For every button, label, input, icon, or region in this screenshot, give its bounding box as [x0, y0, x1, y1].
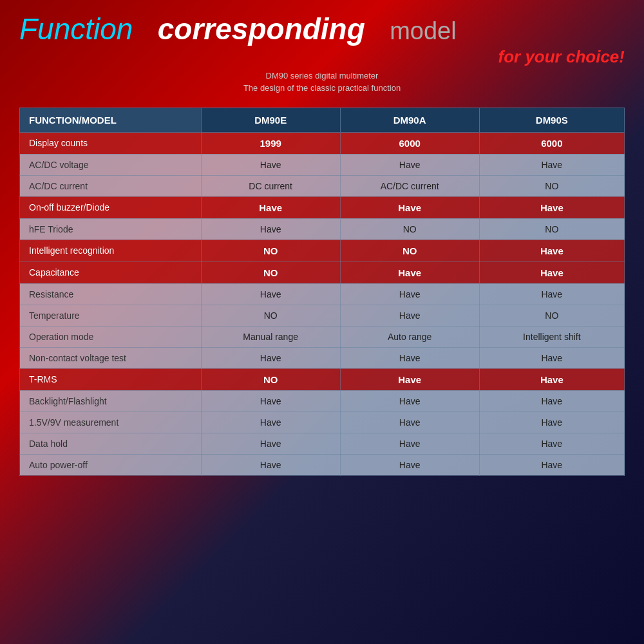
table-cell-value: Have	[479, 412, 624, 433]
table-row: CapacitanceNOHaveHave	[20, 261, 625, 283]
table-cell-value: Have	[479, 390, 624, 412]
table-cell-value: Have	[340, 305, 479, 326]
table-cell-value: Manual range	[201, 326, 340, 347]
table-cell-function: hFE Triode	[20, 218, 202, 240]
table-row: ResistanceHaveHaveHave	[20, 283, 625, 305]
table-cell-function: T-RMS	[20, 368, 202, 390]
table-cell-function: On-off buzzer/Diode	[20, 196, 202, 218]
table-cell-function: AC/DC voltage	[20, 154, 202, 175]
table-cell-function: Non-contact voltage test	[20, 347, 202, 368]
table-cell-value: Have	[340, 454, 479, 475]
col-header-dm90s: DM90S	[479, 108, 624, 132]
table-cell-value: 6000	[479, 132, 624, 154]
table-header-row: FUNCTION/MODEL DM90E DM90A DM90S	[20, 108, 625, 132]
table-cell-value: Have	[201, 347, 340, 368]
table-cell-value: Have	[340, 261, 479, 283]
table-cell-value: NO	[201, 368, 340, 390]
table-cell-value: Have	[479, 261, 624, 283]
table-cell-function: Display counts	[20, 132, 202, 154]
table-cell-value: NO	[201, 261, 340, 283]
table-cell-value: Have	[340, 368, 479, 390]
table-cell-value: 6000	[340, 132, 479, 154]
table-cell-value: Have	[340, 196, 479, 218]
table-cell-value: Have	[340, 412, 479, 433]
table-cell-function: Temperature	[20, 305, 202, 326]
table-cell-value: Have	[201, 390, 340, 412]
table-cell-value: Have	[479, 240, 624, 261]
title-model: model	[390, 17, 457, 44]
col-header-dm90e: DM90E	[201, 108, 340, 132]
table-row: Non-contact voltage testHaveHaveHave	[20, 347, 625, 368]
table-cell-value: NO	[201, 305, 340, 326]
table-cell-value: Have	[340, 433, 479, 454]
table-cell-value: Have	[479, 347, 624, 368]
table-cell-value: Have	[201, 154, 340, 175]
table-row: Backlight/FlashlightHaveHaveHave	[20, 390, 625, 412]
table-cell-value: Intelligent shift	[479, 326, 624, 347]
table-cell-value: Have	[340, 154, 479, 175]
table-cell-value: Have	[201, 283, 340, 305]
table-cell-value: NO	[479, 218, 624, 240]
table-cell-value: Have	[479, 368, 624, 390]
table-row: AC/DC currentDC currentAC/DC currentNO	[20, 175, 625, 196]
table-row: T-RMSNOHaveHave	[20, 368, 625, 390]
table-cell-value: Have	[340, 390, 479, 412]
table-cell-value: Have	[479, 433, 624, 454]
table-cell-value: NO	[479, 175, 624, 196]
table-row: Auto power-offHaveHaveHave	[20, 454, 625, 475]
table-row: 1.5V/9V measurementHaveHaveHave	[20, 412, 625, 433]
comparison-table-wrapper: FUNCTION/MODEL DM90E DM90A DM90S Display…	[19, 108, 625, 638]
table-cell-value: NO	[479, 305, 624, 326]
subtitle: DM90 series digital multimeter The desig…	[19, 70, 625, 95]
table-cell-value: Have	[479, 196, 624, 218]
table-row: On-off buzzer/DiodeHaveHaveHave	[20, 196, 625, 218]
table-cell-value: 1999	[201, 132, 340, 154]
table-cell-value: AC/DC current	[340, 175, 479, 196]
comparison-table: FUNCTION/MODEL DM90E DM90A DM90S Display…	[19, 108, 625, 476]
table-row: Data holdHaveHaveHave	[20, 433, 625, 454]
title-corresponding: corresponding	[158, 12, 365, 46]
col-header-function: FUNCTION/MODEL	[20, 108, 202, 132]
main-title: Function corresponding model	[19, 13, 625, 46]
table-row: hFE TriodeHaveNONO	[20, 218, 625, 240]
table-cell-function: Operation mode	[20, 326, 202, 347]
table-row: Intelligent recognitionNONOHave	[20, 240, 625, 261]
table-cell-value: Have	[201, 196, 340, 218]
table-cell-value: Have	[201, 433, 340, 454]
table-row: Display counts199960006000	[20, 132, 625, 154]
table-cell-value: Have	[479, 154, 624, 175]
table-cell-value: NO	[201, 240, 340, 261]
table-row: AC/DC voltageHaveHaveHave	[20, 154, 625, 175]
table-cell-function: 1.5V/9V measurement	[20, 412, 202, 433]
col-header-dm90a: DM90A	[340, 108, 479, 132]
table-cell-value: Have	[201, 218, 340, 240]
table-cell-function: Data hold	[20, 433, 202, 454]
table-cell-value: Have	[479, 283, 624, 305]
table-cell-value: Have	[340, 347, 479, 368]
table-cell-value: Have	[340, 283, 479, 305]
table-cell-value: Have	[201, 454, 340, 475]
table-cell-function: Capacitance	[20, 261, 202, 283]
table-cell-value: NO	[340, 218, 479, 240]
table-cell-value: Auto range	[340, 326, 479, 347]
table-cell-value: DC current	[201, 175, 340, 196]
page-header: Function corresponding model for your ch…	[19, 13, 625, 95]
table-row: TemperatureNOHaveNO	[20, 305, 625, 326]
table-cell-function: Backlight/Flashlight	[20, 390, 202, 412]
table-cell-function: AC/DC current	[20, 175, 202, 196]
title-choice: for your choice!	[19, 47, 625, 67]
table-cell-value: Have	[479, 454, 624, 475]
table-cell-function: Intelligent recognition	[20, 240, 202, 261]
table-cell-function: Auto power-off	[20, 454, 202, 475]
table-cell-value: NO	[340, 240, 479, 261]
title-function: Function	[19, 12, 133, 46]
table-cell-value: Have	[201, 412, 340, 433]
table-cell-function: Resistance	[20, 283, 202, 305]
table-row: Operation modeManual rangeAuto rangeInte…	[20, 326, 625, 347]
